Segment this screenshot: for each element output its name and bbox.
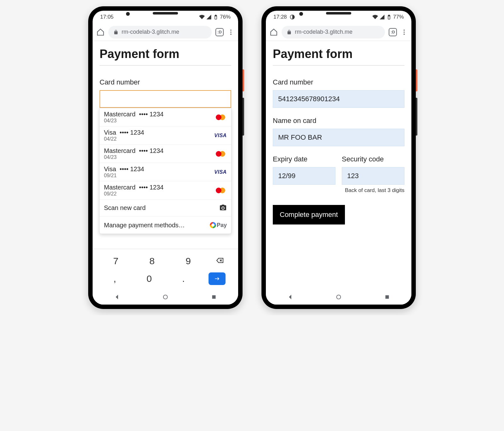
status-time: 17:05 — [100, 14, 114, 20]
page-title: Payment form — [100, 47, 231, 66]
lock-icon — [287, 30, 292, 35]
autofill-item-3[interactable]: Visa •••• 1234 09/21 VISA — [100, 163, 231, 181]
tabs-button[interactable]: :D — [389, 28, 397, 36]
svg-point-9 — [337, 295, 341, 299]
signal-icon — [206, 14, 212, 20]
af-brand: Mastercard •••• 1234 — [104, 184, 163, 191]
svg-point-3 — [163, 295, 168, 299]
card-number-label: Card number — [100, 78, 231, 86]
home-icon[interactable] — [270, 28, 278, 36]
key-0[interactable]: 0 — [140, 273, 159, 284]
visa-icon: VISA — [214, 169, 227, 175]
card-number-label: Card number — [273, 78, 404, 86]
svg-point-2 — [230, 33, 232, 35]
status-icons: 77% — [372, 14, 404, 20]
af-exp: 04/23 — [104, 154, 163, 160]
status-icons: 76% — [199, 14, 231, 20]
svg-rect-4 — [212, 295, 216, 299]
system-nav — [93, 289, 238, 305]
expiry-input[interactable]: 12/99 — [273, 167, 335, 185]
autofill-item-0[interactable]: Mastercard •••• 1234 04/23 — [100, 108, 231, 126]
scan-new-card[interactable]: Scan new card — [100, 200, 231, 217]
status-bar: 17:28 77% — [266, 11, 411, 23]
page-title: Payment form — [273, 47, 404, 66]
dark-mode-icon — [289, 14, 295, 20]
signal-icon — [379, 14, 385, 20]
complete-payment-button[interactable]: Complete payment — [273, 205, 345, 224]
af-brand: Visa •••• 1234 — [104, 166, 144, 173]
autofill-item-4[interactable]: Mastercard •••• 1234 09/22 — [100, 181, 231, 200]
gpay-icon: Pay — [210, 222, 227, 229]
af-brand: Mastercard •••• 1234 — [104, 111, 163, 118]
power-button — [243, 69, 244, 91]
mastercard-icon — [214, 114, 227, 120]
wifi-icon — [372, 14, 378, 20]
url-bar[interactable]: rm-codelab-3.glitch.me — [108, 26, 212, 38]
visa-icon: VISA — [214, 133, 227, 138]
page-content-right: Payment form Card number 541234567890123… — [266, 41, 411, 289]
key-dot[interactable]: . — [174, 273, 193, 284]
nav-recent-icon[interactable] — [210, 294, 217, 300]
key-8[interactable]: 8 — [143, 256, 162, 266]
name-on-card-label: Name on card — [273, 117, 404, 125]
status-time: 17:28 — [273, 14, 287, 20]
enter-key[interactable] — [209, 272, 226, 285]
url-text: rm-codelab-3.glitch.me — [295, 29, 352, 35]
nav-recent-icon[interactable] — [384, 294, 391, 300]
more-icon[interactable] — [401, 29, 408, 36]
phone-right: 17:28 77% rm-codelab-3.glitch.me :D — [261, 6, 416, 309]
screen-right: 17:28 77% rm-codelab-3.glitch.me :D — [266, 11, 411, 305]
cvc-label: Security code — [342, 155, 404, 163]
backspace-key[interactable] — [215, 257, 225, 265]
manage-payment-methods[interactable]: Manage payment methods… Pay — [100, 217, 231, 234]
svg-point-1 — [230, 32, 232, 33]
card-number-input[interactable] — [100, 90, 231, 108]
key-7[interactable]: 7 — [106, 256, 125, 266]
cvc-input[interactable]: 123 — [342, 167, 404, 185]
battery-icon — [213, 14, 219, 20]
svg-rect-10 — [386, 295, 389, 299]
lock-icon — [113, 30, 118, 35]
cvc-helper: Back of card, last 3 digits — [273, 187, 404, 194]
url-text: rm-codelab-3.glitch.me — [122, 29, 179, 35]
nav-back-icon[interactable] — [113, 294, 120, 300]
svg-point-0 — [230, 29, 232, 31]
af-exp: 04/23 — [104, 118, 163, 124]
nav-home-icon[interactable] — [335, 294, 342, 300]
autofill-item-2[interactable]: Mastercard •••• 1234 04/23 — [100, 145, 231, 163]
system-nav — [266, 289, 411, 305]
more-icon[interactable] — [227, 29, 234, 36]
url-bar[interactable]: rm-codelab-3.glitch.me — [282, 26, 385, 38]
nav-back-icon[interactable] — [287, 294, 294, 300]
autofill-item-1[interactable]: Visa •••• 1234 04/22 VISA — [100, 126, 231, 145]
af-brand: Visa •••• 1234 — [104, 129, 144, 136]
expiry-label: Expiry date — [273, 155, 335, 163]
card-number-input[interactable]: 5412345678901234 — [273, 90, 404, 108]
af-exp: 09/21 — [104, 173, 144, 178]
autofill-menu: Mastercard •••• 1234 04/23 Visa •••• 123… — [99, 108, 232, 234]
screen-left: 17:05 76% rm-codelab-3.glitch.me :D Paym — [93, 11, 238, 305]
volume-button — [416, 98, 417, 136]
svg-point-7 — [404, 32, 405, 33]
page-content-left: Payment form Card number Mastercard ••••… — [93, 41, 238, 249]
key-9[interactable]: 9 — [179, 256, 198, 266]
af-exp: 04/22 — [104, 136, 144, 142]
power-button — [416, 69, 417, 91]
home-icon[interactable] — [96, 28, 105, 36]
wifi-icon — [199, 14, 205, 20]
svg-point-8 — [404, 33, 405, 35]
numeric-keyboard: 7 8 9 , 0 . — [93, 249, 238, 289]
name-on-card-input[interactable]: MR FOO BAR — [273, 129, 404, 146]
key-comma[interactable]: , — [106, 273, 124, 284]
mastercard-icon — [214, 187, 227, 194]
af-brand: Mastercard •••• 1234 — [104, 147, 163, 154]
status-bar: 17:05 76% — [93, 11, 238, 23]
tabs-button[interactable]: :D — [215, 28, 224, 36]
phone-left: 17:05 76% rm-codelab-3.glitch.me :D Paym — [88, 6, 243, 309]
camera-icon — [219, 204, 227, 213]
volume-button — [243, 98, 244, 136]
browser-bar: rm-codelab-3.glitch.me :D — [266, 23, 411, 41]
battery-pct: 76% — [220, 14, 231, 20]
svg-point-6 — [404, 29, 405, 31]
nav-home-icon[interactable] — [162, 294, 169, 300]
